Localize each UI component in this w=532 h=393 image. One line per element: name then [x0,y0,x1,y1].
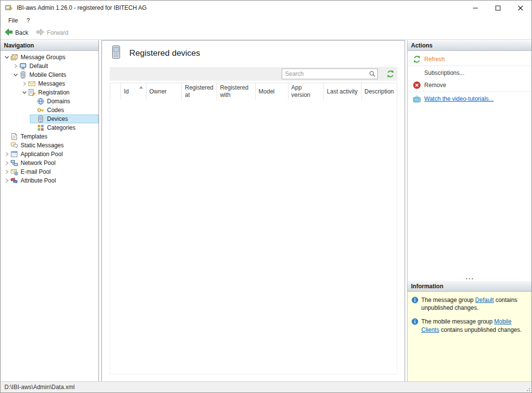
column-header-description[interactable]: Description [362,83,397,100]
back-button[interactable]: Back [4,28,28,37]
email-pool-icon [10,168,18,176]
column-header-model[interactable]: Model [256,83,289,100]
tree-item-label: Attribute Pool [21,177,56,184]
column-header-last-activity[interactable]: Last activity [324,83,362,100]
column-header-label: Registered with [220,84,252,99]
actions-panel-header: Actions [408,40,532,51]
info-note: The message group Default contains unpub… [411,296,528,312]
sort-ascending-icon [139,86,143,89]
resize-grip[interactable] [525,386,530,391]
maximize-button[interactable] [486,0,509,15]
action-subscriptions[interactable]: Subscriptions... [408,67,532,79]
info-note-text: The message group Default contains unpub… [421,296,528,312]
tree-item-mobile-clients[interactable]: Mobile Clients [0,70,98,79]
tree-item-categories[interactable]: Categories [0,123,98,132]
domains-icon [37,97,45,105]
action-label: Refresh [424,56,445,63]
tree-item-default[interactable]: Default [0,62,98,70]
action-watch-video-tutorials[interactable]: Watch the video-tutorials... [408,92,532,105]
app-window: IBI-aws Admin 1.26.0 - registered for IB… [0,0,532,393]
registered-devices-icon [111,45,121,61]
search-icon[interactable] [367,70,377,77]
network-pool-icon [10,159,18,167]
default-group-link[interactable]: Default [475,297,494,303]
column-header-registered-at[interactable]: Registered at [182,83,217,100]
minimize-button[interactable] [464,0,486,15]
note-prefix: The message group [421,297,475,303]
main-content: Registered devices Id Owner Registered a… [101,40,405,382]
menu-file[interactable]: File [4,16,22,25]
close-button[interactable] [509,0,532,15]
registration-icon [28,89,36,96]
action-label: Subscriptions... [424,69,464,76]
tree-item-label: Templates [21,133,48,140]
column-header-label: Last activity [327,88,358,95]
column-header-owner[interactable]: Owner [146,83,182,100]
column-header-id[interactable]: Id [121,83,146,100]
tree-item-messages[interactable]: Messages [0,79,98,88]
application-pool-icon [10,150,18,158]
messages-icon [28,80,36,88]
status-bar: D:\IBI-aws\Admin\Data.xml [0,381,532,393]
tree-item-label: Domains [47,98,70,105]
tree-item-codes[interactable]: Codes [0,106,98,115]
panel-splitter[interactable] [408,277,532,280]
chevron-down-icon[interactable] [21,89,28,96]
tv-icon [413,95,421,103]
chevron-right-icon[interactable] [12,63,19,69]
app-icon [5,4,13,12]
chevron-right-icon[interactable] [21,80,28,87]
tree-item-message-groups[interactable]: Message Groups [0,53,98,62]
tree-item-application-pool[interactable]: Application Pool [0,150,98,159]
chevron-right-icon[interactable] [3,177,10,184]
menu-help[interactable]: ? [22,16,34,25]
column-header-registered-with[interactable]: Registered with [217,83,256,100]
subscriptions-icon-placeholder [413,69,421,77]
chevron-spacer [30,124,37,131]
table-body-empty [110,100,397,374]
categories-icon [37,124,45,132]
column-header-label: Registered at [185,84,214,99]
actions-separator [408,92,532,92]
tree-item-label: Mobile Clients [29,71,66,78]
search-input[interactable] [282,69,367,79]
chevron-spacer [30,116,37,122]
tree-item-label: E-mail Pool [21,168,50,175]
chevron-spacer [3,133,10,140]
column-header-label: Description [364,88,394,95]
action-remove[interactable]: Remove [408,79,532,91]
actions-list: Refresh Subscriptions... Remove Watch th… [408,51,532,281]
tree-item-domains[interactable]: Domains [0,97,98,106]
tree-item-email-pool[interactable]: E-mail Pool [0,167,98,176]
tree-item-label: Categories [47,124,75,131]
info-icon [411,297,418,312]
column-header-app-version[interactable]: App version [289,83,324,100]
chevron-spacer [30,107,37,114]
message-groups-icon [10,53,18,61]
tree-item-attribute-pool[interactable]: Attribute Pool [0,176,98,185]
actions-separator [408,66,532,66]
attribute-pool-icon [10,177,18,185]
tree-item-devices[interactable]: Devices [0,115,98,123]
chevron-right-icon[interactable] [3,151,10,158]
window-controls [464,0,532,15]
templates-icon [10,133,18,140]
chevron-down-icon[interactable] [3,54,10,61]
tree-item-network-pool[interactable]: Network Pool [0,159,98,167]
chevron-down-icon[interactable] [12,71,19,78]
chevron-right-icon[interactable] [3,168,10,175]
action-label: Remove [424,82,446,89]
data-file-path: D:\IBI-aws\Admin\Data.xml [4,384,74,391]
tree-item-static-messages[interactable]: Static Messages [0,141,98,150]
navigation-panel: Navigation Message Groups Default Mobile… [0,40,99,381]
action-refresh[interactable]: Refresh [408,53,532,65]
back-arrow-icon [4,28,13,37]
forward-arrow-icon [36,28,45,37]
forward-button[interactable]: Forward [36,28,69,37]
chevron-right-icon[interactable] [3,160,10,166]
navigation-toolbar: Back Forward [0,26,532,40]
refresh-table-icon[interactable] [387,70,394,78]
navigation-panel-header: Navigation [0,40,98,51]
tree-item-registration[interactable]: Registration [0,88,98,97]
tree-item-templates[interactable]: Templates [0,132,98,141]
